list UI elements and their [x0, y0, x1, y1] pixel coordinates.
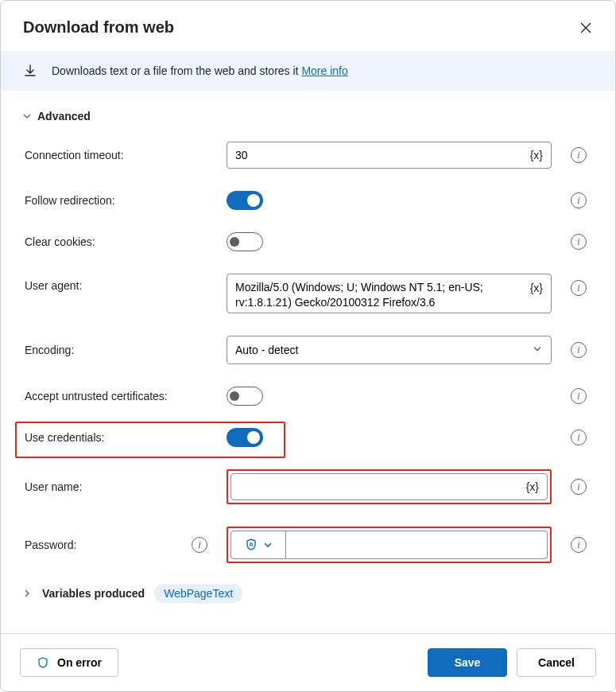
- row-password: Password: i i: [15, 515, 601, 574]
- variable-token-icon[interactable]: {x}: [530, 149, 543, 161]
- info-icon[interactable]: i: [571, 388, 587, 404]
- close-icon: [579, 21, 592, 34]
- dialog-title: Download from web: [23, 18, 174, 37]
- advanced-label: Advanced: [37, 110, 91, 122]
- variable-token-icon[interactable]: {x}: [526, 480, 539, 493]
- info-bar: Downloads text or a file from the web an…: [1, 51, 615, 91]
- highlight-box: {x}: [227, 469, 552, 504]
- clear-cookies-label: Clear cookies:: [21, 235, 215, 248]
- info-icon[interactable]: i: [571, 147, 587, 163]
- info-icon[interactable]: i: [571, 234, 587, 250]
- clear-cookies-toggle[interactable]: [227, 232, 263, 251]
- follow-redirection-label: Follow redirection:: [21, 194, 215, 207]
- follow-redirection-toggle[interactable]: [227, 191, 263, 210]
- row-accept-untrusted: Accept untrusted certificates: i: [15, 375, 601, 417]
- user-name-input[interactable]: {x}: [231, 473, 548, 500]
- password-label-text: Password:: [25, 538, 76, 551]
- row-user-name: User name: {x} i: [15, 458, 601, 515]
- info-icon[interactable]: i: [571, 342, 587, 358]
- user-name-label: User name:: [21, 480, 215, 493]
- info-bar-text: Downloads text or a file from the web an…: [52, 64, 348, 77]
- dialog-footer: On error Save Cancel: [1, 633, 615, 691]
- row-connection-timeout: Connection timeout: 30 {x} i: [15, 130, 601, 180]
- dialog-header: Download from web: [1, 1, 615, 51]
- info-icon[interactable]: i: [192, 537, 207, 553]
- encoding-select[interactable]: Auto - detect: [227, 336, 552, 364]
- variables-label: Variables produced: [42, 587, 145, 600]
- encoding-value: Auto - detect: [235, 344, 298, 356]
- password-combo: [231, 531, 548, 559]
- connection-timeout-label: Connection timeout:: [21, 149, 215, 161]
- password-input[interactable]: [286, 531, 548, 559]
- chevron-down-icon: [21, 111, 33, 122]
- shield-icon: [244, 538, 258, 552]
- row-encoding: Encoding: Auto - detect i: [15, 325, 601, 375]
- variable-pill[interactable]: WebPageText: [154, 584, 242, 603]
- chevron-right-icon: [21, 588, 33, 599]
- chevron-down-icon: [532, 344, 543, 357]
- more-info-link[interactable]: More info: [301, 64, 347, 77]
- toggle-knob: [230, 391, 239, 401]
- use-credentials-toggle[interactable]: [227, 428, 263, 447]
- save-button[interactable]: Save: [428, 648, 507, 677]
- info-icon[interactable]: i: [571, 479, 587, 495]
- accept-untrusted-toggle[interactable]: [227, 387, 263, 406]
- info-icon[interactable]: i: [571, 280, 587, 296]
- variable-token-icon[interactable]: {x}: [530, 281, 543, 296]
- dialog-body: Advanced Connection timeout: 30 {x} i Fo…: [1, 91, 615, 633]
- on-error-label: On error: [57, 656, 102, 669]
- encoding-label: Encoding:: [21, 344, 215, 356]
- info-icon[interactable]: i: [571, 430, 587, 445]
- row-user-agent: User agent: Mozilla/5.0 (Windows; U; Win…: [15, 262, 601, 325]
- password-label: Password: i: [21, 537, 215, 553]
- connection-timeout-value: 30: [235, 149, 248, 161]
- toggle-knob: [230, 237, 239, 247]
- toggle-knob: [247, 431, 260, 444]
- accept-untrusted-label: Accept untrusted certificates:: [21, 390, 215, 402]
- cancel-button[interactable]: Cancel: [517, 648, 596, 677]
- row-use-credentials: Use credentials: i: [15, 417, 601, 458]
- row-clear-cookies: Clear cookies: i: [15, 221, 601, 262]
- on-error-button[interactable]: On error: [20, 648, 118, 677]
- shield-icon: [37, 656, 49, 669]
- user-agent-value: Mozilla/5.0 (Windows; U; Windows NT 5.1;…: [235, 281, 483, 309]
- info-icon[interactable]: i: [571, 537, 587, 553]
- close-button[interactable]: [579, 21, 593, 35]
- user-agent-input[interactable]: Mozilla/5.0 (Windows; U; Windows NT 5.1;…: [227, 274, 552, 313]
- footer-actions: Save Cancel: [428, 648, 596, 677]
- user-agent-label: User agent:: [21, 274, 215, 292]
- password-source-picker[interactable]: [231, 531, 286, 559]
- variables-section-toggle[interactable]: Variables produced WebPageText: [15, 574, 601, 609]
- chevron-down-icon: [263, 540, 273, 550]
- connection-timeout-input[interactable]: 30 {x}: [227, 142, 552, 169]
- row-follow-redirection: Follow redirection: i: [15, 180, 601, 221]
- info-icon[interactable]: i: [571, 192, 587, 208]
- info-bar-message: Downloads text or a file from the web an…: [52, 64, 301, 77]
- toggle-knob: [247, 194, 260, 207]
- download-icon: [23, 64, 37, 78]
- advanced-section-toggle[interactable]: Advanced: [15, 100, 601, 130]
- highlight-box: [227, 527, 552, 563]
